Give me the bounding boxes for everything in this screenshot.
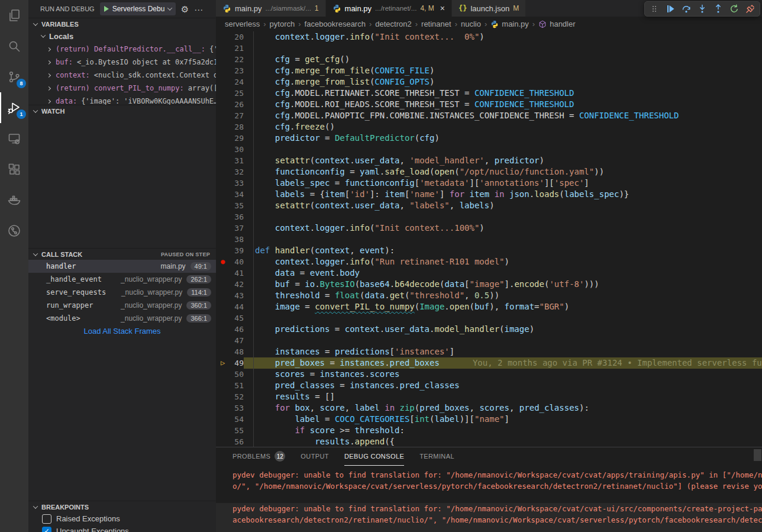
panel-tab-terminal[interactable]: TERMINAL	[419, 447, 454, 466]
editor-tab-launch-json[interactable]: {}launch.jsonM	[452, 0, 526, 17]
code-line-34[interactable]: 34 labels = {item['id']: item['name'] fo…	[216, 189, 762, 200]
line-content[interactable]: cfg.MODEL.ROI_HEADS.SCORE_THRESH_TEST = …	[244, 99, 762, 110]
gutter-glyph[interactable]	[216, 414, 230, 425]
gutter-glyph[interactable]	[216, 402, 230, 414]
gutter-glyph[interactable]	[216, 200, 230, 211]
line-number[interactable]: 43	[230, 290, 244, 301]
more-actions-icon[interactable]: ···	[194, 5, 203, 14]
panel-tab-problems[interactable]: PROBLEMS12	[233, 447, 285, 466]
breadcrumb-item-detectron2[interactable]: detectron2	[375, 20, 411, 28]
code-line-40[interactable]: ●40 context.logger.info("Run retinanet-R…	[216, 256, 762, 267]
line-number[interactable]: 41	[230, 267, 244, 279]
disconnect-button[interactable]	[745, 4, 755, 14]
gutter-glyph[interactable]	[216, 223, 230, 234]
line-content[interactable]: labels = {item['id']: item['name'] for i…	[244, 189, 762, 200]
code-line-20[interactable]: 20 context.logger.info("Init context... …	[216, 31, 762, 43]
gutter-glyph[interactable]	[216, 166, 230, 178]
line-content[interactable]: image = convert_PIL_to_numpy(Image.open(…	[244, 301, 762, 312]
code-line-25[interactable]: 25 cfg.MODEL.RETINANET.SCORE_THRESH_TEST…	[216, 88, 762, 99]
launch-config-dropdown[interactable]: Serverless Debu	[100, 2, 176, 15]
scope-locals[interactable]: Locals	[28, 30, 216, 43]
line-number[interactable]: 49	[230, 357, 244, 369]
line-number[interactable]: 38	[230, 234, 244, 245]
line-content[interactable]	[244, 312, 762, 324]
variable-row[interactable]: (return) convert_PIL_to_numpy:array([[[ …	[28, 82, 216, 95]
breadcrumb-item-main-py[interactable]: main.py	[490, 20, 529, 28]
gutter-glyph[interactable]	[216, 245, 230, 256]
activity-item-remote-explorer[interactable]	[0, 123, 28, 154]
line-content[interactable]: setattr(context.user_data, "labels", lab…	[244, 200, 762, 211]
breakpoint-icon[interactable]: ●	[216, 256, 230, 267]
gutter-glyph[interactable]	[216, 290, 230, 301]
code-line-38[interactable]: 38	[216, 234, 762, 245]
line-number[interactable]: 28	[230, 121, 244, 133]
code-line-41[interactable]: 41 data = event.body	[216, 267, 762, 279]
code-line-55[interactable]: 55 if score >= threshold:	[216, 425, 762, 436]
line-number[interactable]: 33	[230, 178, 244, 189]
activity-item-extensions[interactable]	[0, 154, 28, 185]
line-content[interactable]: cfg = get_cfg()	[244, 54, 762, 65]
line-number[interactable]: 40	[230, 256, 244, 267]
panel-tab-debug-console[interactable]: DEBUG CONSOLE	[344, 447, 404, 466]
gutter-glyph[interactable]	[216, 324, 230, 335]
line-number[interactable]: 35	[230, 200, 244, 211]
activity-item-source-control[interactable]: 8	[0, 62, 28, 92]
line-content[interactable]: cfg.MODEL.PANOPTIC_FPN.COMBINE.INSTANCES…	[244, 110, 762, 121]
code-line-45[interactable]: 45	[216, 312, 762, 324]
stack-frame-row[interactable]: _handle_event_nuclio_wrapper.py262:1	[28, 273, 216, 286]
line-content[interactable]: results = []	[244, 391, 762, 402]
watch-section-header[interactable]: WATCH	[28, 105, 216, 117]
start-debugging-icon[interactable]	[104, 6, 109, 12]
code-line-35[interactable]: 35 setattr(context.user_data, "labels", …	[216, 200, 762, 211]
breakpoints-section-header[interactable]: BREAKPOINTS	[28, 501, 216, 512]
line-number[interactable]: 51	[230, 380, 244, 391]
gutter-glyph[interactable]	[216, 436, 230, 447]
variables-section-header[interactable]: VARIABLES	[28, 18, 216, 30]
checkbox-checked[interactable]: ✓	[42, 527, 51, 532]
stack-frame-row[interactable]: run_wrapper_nuclio_wrapper.py360:1	[28, 299, 216, 312]
breadcrumb-item-nuclio[interactable]: nuclio	[461, 20, 481, 28]
gutter-glyph[interactable]	[216, 76, 230, 88]
gutter-glyph[interactable]	[216, 65, 230, 76]
activity-item-files[interactable]	[0, 0, 28, 31]
line-content[interactable]: context.logger.info("Run retinanet-R101 …	[244, 256, 762, 267]
activity-item-search[interactable]	[0, 31, 28, 62]
breadcrumb-item-pytorch[interactable]: pytorch	[270, 20, 295, 28]
code-line-51[interactable]: 51 pred_classes = instances.pred_classes	[216, 380, 762, 391]
line-content[interactable]: labels_spec = functionconfig['metadata']…	[244, 178, 762, 189]
line-content[interactable]: scores = instances.scores	[244, 369, 762, 380]
line-content[interactable]: data = event.body	[244, 267, 762, 279]
line-number[interactable]: 55	[230, 425, 244, 436]
line-content[interactable]: buf = io.BytesIO(base64.b64decode(data["…	[244, 279, 762, 290]
gutter-glyph[interactable]	[216, 88, 230, 99]
line-number[interactable]: 48	[230, 346, 244, 357]
code-line-23[interactable]: 23 cfg.merge_from_file(CONFIG_FILE)	[216, 65, 762, 76]
gutter-glyph[interactable]	[216, 178, 230, 189]
gutter-glyph[interactable]	[216, 43, 230, 54]
gutter-glyph[interactable]	[216, 110, 230, 121]
line-number[interactable]: 25	[230, 88, 244, 99]
gutter-glyph[interactable]	[216, 155, 230, 166]
line-content[interactable]	[244, 43, 762, 54]
line-number[interactable]: 24	[230, 76, 244, 88]
line-content[interactable]	[244, 335, 762, 346]
breadcrumb-item-retinanet[interactable]: retinanet	[421, 20, 451, 28]
code-line-48[interactable]: 48 instances = predictions['instances']	[216, 346, 762, 357]
code-line-39[interactable]: 39def handler(context, event):	[216, 245, 762, 256]
line-number[interactable]: 31	[230, 155, 244, 166]
gutter-glyph[interactable]	[216, 312, 230, 324]
gutter-glyph[interactable]	[216, 54, 230, 65]
code-line-21[interactable]: 21	[216, 43, 762, 54]
code-line-56[interactable]: 56 results.append({	[216, 436, 762, 447]
line-content[interactable]: label = COCO_CATEGORIES[int(label)]["nam…	[244, 414, 762, 425]
code-line-47[interactable]: 47	[216, 335, 762, 346]
variable-row[interactable]: context:<nuclio_sdk.context.Context obje…	[28, 69, 216, 82]
line-number[interactable]: 52	[230, 391, 244, 402]
code-line-46[interactable]: 46 predictions = context.user_data.model…	[216, 324, 762, 335]
gutter-glyph[interactable]	[216, 369, 230, 380]
line-number[interactable]: 47	[230, 335, 244, 346]
line-content[interactable]: instances = predictions['instances']	[244, 346, 762, 357]
gutter-glyph[interactable]	[216, 234, 230, 245]
checkbox-unchecked[interactable]	[42, 514, 51, 524]
line-content[interactable]: setattr(context.user_data, 'model_handle…	[244, 155, 762, 166]
